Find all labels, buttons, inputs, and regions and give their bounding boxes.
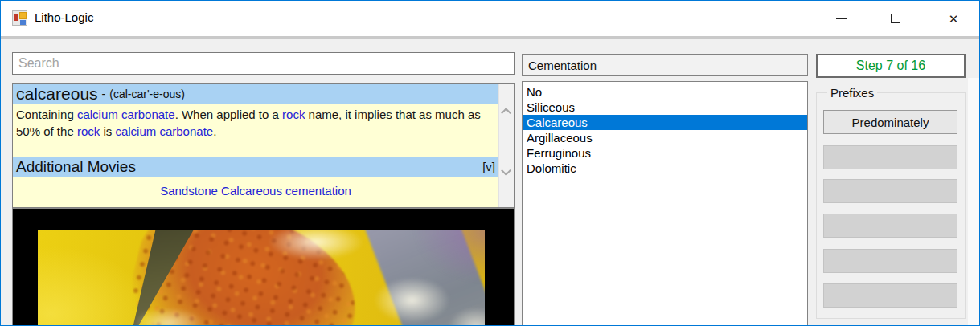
app-icon-yellow-square (19, 12, 27, 19)
movies-collapse-toggle[interactable]: [v] (482, 160, 495, 173)
video-light-patch (133, 308, 205, 326)
prefixes-group-label: Prefixes (827, 86, 877, 100)
cementation-listbox[interactable]: NoSiliceousCalcareousArgillaceousFerrugi… (522, 81, 808, 326)
video-purple-haze (414, 230, 485, 283)
scroll-down-icon[interactable] (501, 165, 511, 176)
scroll-up-icon[interactable] (501, 108, 511, 118)
definition-panel: calcareous - (cal-car'-e-ous) Containing… (12, 83, 515, 208)
step-indicator: Step 7 of 16 (816, 54, 966, 78)
prefix-button-predominately[interactable]: Predominately (823, 110, 957, 134)
cementation-item-no[interactable]: No (523, 84, 807, 100)
definition-term-link[interactable]: calcium carbonate (77, 108, 175, 121)
search-input[interactable] (12, 52, 515, 75)
titlebar-separator (1, 36, 979, 39)
definition-term-link[interactable]: rock (77, 124, 100, 138)
maximize-icon (891, 14, 900, 23)
prefix-button-empty-3 (823, 214, 957, 238)
definition-pronunciation: (cal-car'-e-ous) (109, 88, 185, 100)
prefix-button-empty-2 (823, 179, 957, 203)
video-light-patch (268, 230, 364, 260)
additional-movies-header[interactable]: Additional Movies [v] (13, 157, 498, 177)
app-icon-red-square (14, 14, 18, 21)
movie-link[interactable]: Sandstone Calcareous cementation (160, 184, 351, 198)
cementation-item-dolomitic[interactable]: Dolomitic (523, 161, 807, 176)
definition-text: . When applied to a (175, 108, 282, 121)
definition-text: Containing (16, 108, 77, 121)
definition-content: calcareous - (cal-car'-e-ous) Containing… (13, 84, 498, 207)
prefix-button-empty-5 (823, 283, 957, 308)
definition-text: is (100, 124, 115, 138)
app-icon-blue-square (20, 20, 26, 25)
prefixes-groupbox: Predominately (816, 92, 966, 319)
definition-term: calcareous (16, 84, 98, 104)
additional-movies-label: Additional Movies (16, 158, 136, 176)
video-light-patch (448, 307, 485, 326)
definition-scrollbar[interactable] (498, 84, 514, 207)
video-light-patch (374, 277, 450, 324)
cementation-item-ferruginous[interactable]: Ferruginous (523, 145, 807, 161)
close-button[interactable]: ✕ (935, 1, 972, 36)
definition-term-link[interactable]: rock (282, 108, 305, 121)
title-bar: Litho-Logic ✕ (1, 1, 979, 36)
minimize-icon (836, 18, 847, 19)
cementation-item-siliceous[interactable]: Siliceous (523, 100, 807, 115)
right-margin-strip (968, 78, 979, 326)
definition-body: Containing calcium carbonate. When appli… (13, 104, 498, 157)
movie-link-row: Sandstone Calcareous cementation (13, 177, 498, 207)
video-panel[interactable] (12, 208, 515, 326)
window-title: Litho-Logic (35, 10, 93, 24)
close-icon: ✕ (949, 13, 959, 25)
definition-term-link[interactable]: calcium carbonate (115, 124, 213, 138)
definition-separator: - (102, 88, 106, 100)
app-window: Litho-Logic ✕ calcareous - (cal-car'-e-o… (0, 0, 980, 326)
minimize-button[interactable] (822, 1, 859, 36)
prefix-button-empty-1 (823, 145, 957, 169)
video-frame-thin-section-image (38, 230, 485, 326)
definition-header: calcareous - (cal-car'-e-ous) (13, 84, 498, 104)
definition-text: . (213, 124, 216, 138)
prefix-button-empty-4 (823, 249, 957, 273)
cementation-item-calcareous[interactable]: Calcareous (523, 115, 807, 130)
cementation-item-argillaceous[interactable]: Argillaceous (523, 130, 807, 145)
maximize-button[interactable] (877, 1, 914, 36)
app-icon (12, 10, 27, 26)
cementation-label-field: Cementation (522, 54, 808, 76)
